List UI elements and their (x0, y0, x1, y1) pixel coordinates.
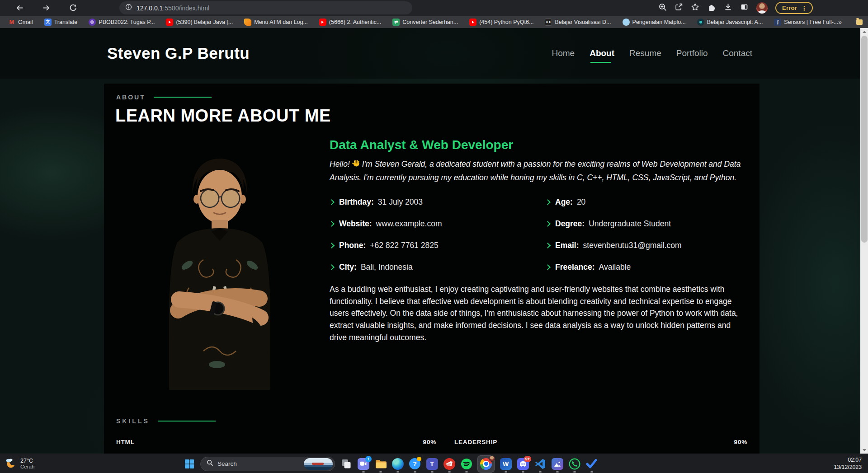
search-icon (207, 459, 213, 468)
word-icon[interactable]: W (500, 458, 512, 470)
bookmark-item[interactable]: MGmail (8, 19, 33, 26)
chrome-icon[interactable] (477, 455, 495, 473)
weather-temp: 27°C (20, 458, 34, 464)
bookmark-item[interactable]: Belajar Javascript: A... (697, 19, 763, 26)
downloads-icon[interactable] (724, 3, 732, 13)
about-section: ABOUT LEARN MORE ABOUT ME (104, 84, 760, 454)
whatsapp-icon[interactable] (568, 458, 580, 470)
detail-birthday: Birthday:31 July 2003 (330, 191, 546, 213)
bookmark-item[interactable]: (5390) Belajar Java [... (166, 19, 233, 26)
scrollbar-thumb[interactable] (861, 36, 868, 243)
bookmark-item[interactable]: ●●Belajar Visualisasi D... (545, 19, 611, 26)
about-description: As a budding web enthusiast, I enjoy cre… (330, 283, 748, 343)
chat-icon[interactable]: 1 (357, 458, 369, 470)
youtube-icon (319, 19, 326, 26)
detail-email: Email:stevenberutu31@gmail.com (546, 234, 748, 256)
youtube-icon (166, 19, 173, 26)
photos-icon[interactable] (551, 458, 563, 470)
browser-menu-icon[interactable]: ⋮ (801, 5, 807, 12)
youtube-icon (469, 19, 476, 26)
clock-time: 02:07 (834, 457, 862, 464)
taskbar: 27°CCerah Search 1 ? T W (0, 454, 868, 473)
weather-widget[interactable]: 27°CCerah (5, 454, 34, 473)
chevron-right-icon (329, 243, 335, 248)
matplotlib-icon (623, 19, 630, 26)
atm-icon (244, 19, 251, 26)
bookmark-item[interactable]: ʃSensors | Free Full-... (774, 19, 838, 26)
teams-icon[interactable]: T (426, 458, 438, 470)
bookmark-item[interactable]: (454) Python PyQt6... (469, 19, 533, 26)
page-scrollbar[interactable] (860, 28, 868, 454)
site-brand: Steven G.P Berutu (107, 44, 250, 62)
discord-icon[interactable]: 9+ (517, 458, 529, 470)
bookmark-item[interactable]: PBOB2022: Tugas P... (89, 19, 155, 26)
profile-photo (149, 152, 289, 390)
extensions-puzzle-icon[interactable] (707, 3, 716, 14)
bookmarks-folder-icon (856, 19, 863, 25)
skill-leadership: LEADERSHIP90% (454, 439, 747, 445)
nav-resume[interactable]: Resume (629, 47, 662, 60)
side-panel-icon[interactable] (740, 3, 749, 13)
bookmark-item[interactable]: Menu ATM dan Log... (244, 19, 308, 26)
detail-freelance: Freelance:Available (546, 256, 748, 278)
zoom-icon[interactable] (658, 3, 667, 13)
site-nav: Home About Resume Portfolio Contact (552, 28, 753, 79)
start-button[interactable] (183, 458, 195, 470)
page-viewport: Steven G.P Berutu Home About Resume Port… (0, 28, 860, 454)
back-icon[interactable] (15, 4, 24, 12)
taskbar-search[interactable]: Search (200, 457, 335, 471)
kicker-line (158, 421, 216, 421)
scroll-up-arrow[interactable] (860, 28, 868, 35)
chevron-right-icon (545, 243, 551, 248)
chat-badge: 1 (365, 456, 372, 462)
spotify-icon[interactable] (460, 458, 472, 470)
skills-kicker: SKILLS (116, 417, 150, 425)
about-kicker: ABOUT (116, 94, 146, 101)
detail-phone: Phone:+62 822 7761 2825 (330, 234, 546, 256)
site-info-icon[interactable] (125, 3, 132, 13)
personal-details: Birthday:31 July 2003 Website:www.exampl… (330, 191, 748, 278)
about-heading: LEARN MORE ABOUT ME (115, 106, 331, 126)
bookmark-item[interactable]: (5666) 2. Authentic... (319, 19, 381, 26)
chevron-right-icon (545, 221, 551, 227)
browser-toolbar: 127.0.0.1 :5500/index.html Error ⋮ (0, 0, 868, 16)
bookmark-item[interactable]: Pengenalan Matplo... (623, 19, 686, 26)
clock-date: 13/12/2023 (834, 464, 862, 471)
help-icon[interactable]: ? (409, 458, 421, 470)
bookmarks-bar: MGmail 文Translate PBOB2022: Tugas P... (… (0, 16, 868, 28)
nav-home[interactable]: Home (552, 47, 576, 60)
todo-check-icon[interactable] (585, 458, 598, 470)
chevron-right-icon (545, 264, 551, 270)
detail-website: Website:www.example.com (330, 213, 546, 234)
address-bar[interactable]: 127.0.0.1 :5500/index.html (119, 1, 412, 14)
rosette-icon (89, 19, 96, 26)
error-button[interactable]: Error ⋮ (775, 2, 813, 14)
scroll-down-arrow[interactable] (860, 446, 868, 454)
skills-list: HTML90% LEADERSHIP90% (116, 439, 747, 445)
taskbar-clock[interactable]: 02:07 13/12/2023 (834, 454, 862, 473)
bookmark-item[interactable]: 文Translate (44, 19, 78, 26)
riot-icon[interactable] (443, 458, 455, 470)
reload-icon[interactable] (69, 4, 77, 12)
url-path: :5500/index.html (163, 5, 209, 12)
share-icon[interactable] (675, 3, 683, 13)
profile-avatar[interactable] (756, 2, 768, 14)
nav-contact[interactable]: Contact (722, 47, 753, 60)
search-label: Search (217, 460, 300, 467)
bookmark-star-icon[interactable] (691, 3, 699, 13)
search-highlight-image[interactable] (304, 458, 333, 470)
file-explorer-icon[interactable] (374, 458, 387, 470)
nav-about[interactable]: About (589, 47, 615, 60)
edge-icon[interactable] (392, 458, 404, 470)
all-bookmarks-button[interactable]: All Bookmarks (856, 19, 868, 25)
bookmarks-overflow-chevron[interactable]: » (838, 19, 842, 26)
vscode-icon[interactable] (534, 458, 546, 470)
forward-icon[interactable] (42, 4, 51, 12)
nav-portfolio[interactable]: Portfolio (676, 47, 708, 60)
url-host: 127.0.0.1 (137, 5, 163, 12)
kicker-line (154, 97, 212, 98)
sensors-icon: ʃ (774, 19, 781, 26)
bookmark-item[interactable]: ⇄Converter Sederhan... (392, 19, 458, 26)
intro-text: Hello!I'm Steven Gerald, a dedicated stu… (330, 158, 748, 184)
task-view-icon[interactable] (340, 458, 352, 470)
